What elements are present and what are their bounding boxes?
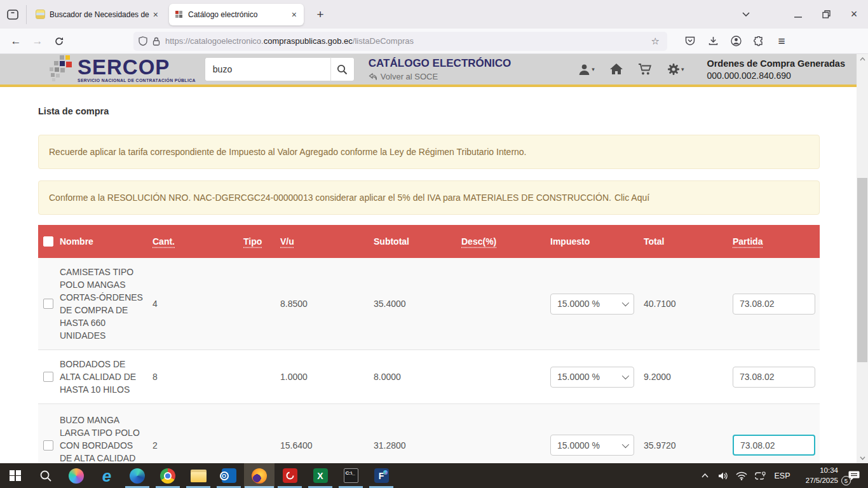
search-icon <box>337 64 348 75</box>
edge-icon <box>130 468 145 484</box>
acrobat-button[interactable] <box>275 463 305 488</box>
cell-cant: 8 <box>153 372 243 382</box>
column-header-impuesto: Impuesto <box>550 236 644 247</box>
firefox-button[interactable] <box>244 463 275 488</box>
action-center-button[interactable]: 5 <box>843 466 864 485</box>
select-all-checkbox[interactable] <box>43 236 53 247</box>
partida-input[interactable] <box>733 367 815 388</box>
row-checkbox[interactable] <box>43 440 53 451</box>
cell-nombre: CAMISETAS TIPO POLO MANGAS CORTAS-ÓRDENE… <box>60 258 153 349</box>
firefox-view-button[interactable] <box>5 5 27 24</box>
volume-icon[interactable] <box>716 466 730 485</box>
start-button[interactable] <box>0 463 31 488</box>
outlook-button[interactable]: O <box>214 463 244 488</box>
resolution-alert: Conforme a la RESOLUCIÓN NRO. NAC-DGERCG… <box>38 180 820 215</box>
taskbar-search-button[interactable] <box>31 463 61 488</box>
maximize-button[interactable] <box>812 4 840 25</box>
partida-input-focused[interactable] <box>733 435 815 456</box>
wifi-icon[interactable] <box>735 466 749 485</box>
impuesto-select[interactable]: 15.0000 % <box>550 367 634 388</box>
impuesto-select[interactable]: 15.0000 % <box>550 294 634 315</box>
column-header-desc[interactable]: Desc(%) <box>461 236 550 247</box>
row-checkbox[interactable] <box>43 299 53 309</box>
column-header-nombre: Nombre <box>60 227 153 255</box>
excel-button[interactable]: X <box>305 463 336 488</box>
internet-explorer-button[interactable]: e <box>92 463 122 488</box>
language-indicator[interactable]: ESP <box>771 471 793 480</box>
sercop-logo[interactable]: SERCOP SERVICIO NACIONAL DE CONTRATACIÓN… <box>50 55 196 83</box>
cell-total: 9.2000 <box>644 372 733 382</box>
tab-buscador[interactable]: Buscador de Necesidades de Co × <box>31 4 165 25</box>
new-tab-button[interactable]: + <box>311 8 329 22</box>
cell-subtotal: 31.2800 <box>374 440 461 451</box>
cell-cant: 4 <box>153 299 243 309</box>
chevron-down-icon <box>622 372 629 379</box>
column-header-subtotal: Subtotal <box>374 236 461 247</box>
lock-icon[interactable] <box>153 37 160 46</box>
edge-button[interactable] <box>122 463 153 488</box>
scrollbar-thumb[interactable] <box>857 178 867 362</box>
scroll-up-icon[interactable] <box>857 54 868 64</box>
page-scrollbar[interactable] <box>857 54 868 463</box>
chevron-down-icon <box>622 440 629 447</box>
chrome-icon <box>160 468 175 484</box>
column-header-partida[interactable]: Partida <box>733 236 820 247</box>
search-icon <box>39 470 52 482</box>
navigation-bar: ← → https://catalogoelectronico.comprasp… <box>0 29 868 54</box>
download-icon[interactable] <box>702 30 724 52</box>
windows-taskbar: e O <box>0 463 868 488</box>
tab-favicon-ecuador-icon <box>36 10 45 19</box>
chrome-button[interactable] <box>153 463 183 488</box>
partida-input[interactable] <box>733 294 815 315</box>
acrobat-icon <box>283 468 297 483</box>
system-tray: ESP 10:34 27/5/2025 5 <box>698 463 868 488</box>
row-checkbox[interactable] <box>43 372 53 382</box>
tab-close-icon[interactable]: × <box>151 10 160 20</box>
cell-vu: 15.6400 <box>280 440 374 451</box>
table-row: CAMISETAS TIPO POLO MANGAS CORTAS-ÓRDENE… <box>38 258 820 350</box>
search-input[interactable] <box>205 57 330 81</box>
column-header-total: Total <box>644 236 733 247</box>
tab-list-chevron-icon[interactable] <box>732 4 760 25</box>
settings-menu-button[interactable]: ▾ <box>667 63 684 76</box>
tab-close-icon[interactable]: × <box>290 10 299 20</box>
minimize-button[interactable] <box>784 4 812 25</box>
file-explorer-icon <box>191 470 207 482</box>
impuesto-select[interactable]: 15.0000 % <box>550 435 634 456</box>
sercop-header: SERCOP SERVICIO NACIONAL DE CONTRATACIÓN… <box>0 54 868 87</box>
column-header-vu[interactable]: V/u <box>280 236 374 247</box>
bookmark-star-icon[interactable]: ☆ <box>649 36 662 47</box>
tray-chevron-icon[interactable] <box>698 466 712 485</box>
pocket-icon[interactable] <box>679 30 702 52</box>
file-explorer-button[interactable] <box>183 463 214 488</box>
menu-icon[interactable]: ≡ <box>770 30 793 52</box>
reload-button[interactable] <box>48 32 70 51</box>
shield-icon[interactable] <box>139 36 147 46</box>
copilot-button[interactable] <box>61 463 92 488</box>
cart-button[interactable] <box>638 63 652 76</box>
scroll-down-icon[interactable] <box>857 453 868 463</box>
extensions-icon[interactable] <box>747 30 770 52</box>
back-button[interactable]: ← <box>5 32 27 51</box>
app-f-button[interactable]: F <box>366 463 397 488</box>
home-icon <box>610 64 623 75</box>
internet-explorer-icon: e <box>102 468 111 484</box>
cell-total: 40.7100 <box>644 299 733 309</box>
volver-al-soce-link[interactable]: Volver al SOCE <box>369 72 511 81</box>
tab-favicon-sercop-icon <box>174 10 184 19</box>
account-icon[interactable] <box>724 30 747 52</box>
shopping-list-table: Nombre Cant. Tipo V/u Subtotal Desc(%) I… <box>38 225 820 463</box>
home-button[interactable] <box>610 64 623 75</box>
tray-monitor-icon[interactable] <box>753 466 767 485</box>
close-button[interactable]: × <box>840 4 868 25</box>
column-header-cant[interactable]: Cant. <box>153 236 243 247</box>
column-header-tipo[interactable]: Tipo <box>243 236 280 247</box>
url-bar[interactable]: https://catalogoelectronico.compraspubli… <box>133 32 667 51</box>
tab-catalogo[interactable]: Catálogo electrónico × <box>169 4 304 25</box>
terminal-button[interactable]: C:\_ <box>336 463 366 488</box>
search-button[interactable] <box>330 57 355 81</box>
firefox-view-icon <box>7 10 18 20</box>
user-menu-button[interactable]: ▾ <box>578 64 595 76</box>
clic-aqui-link[interactable]: Clic Aquí <box>614 193 649 203</box>
clock[interactable]: 10:34 27/5/2025 <box>797 466 838 485</box>
